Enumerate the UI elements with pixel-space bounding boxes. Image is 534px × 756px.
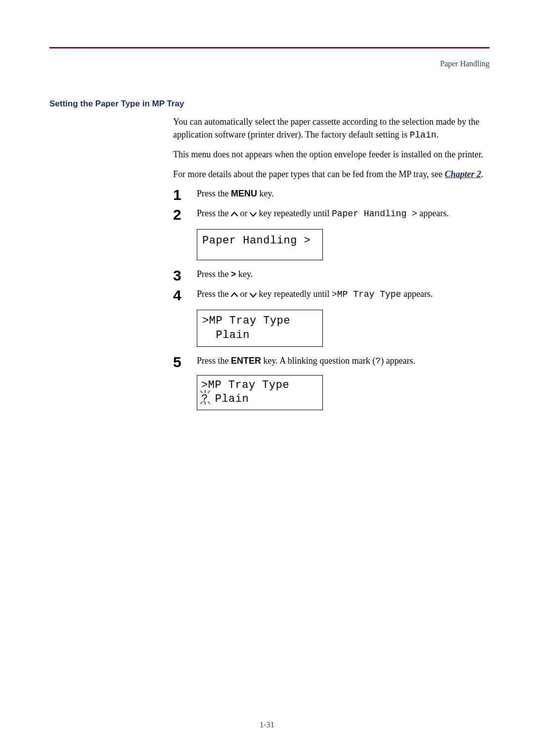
step-3-text: Press the > key. (197, 268, 490, 281)
intro-p3-a: For more details about the paper types t… (173, 169, 445, 179)
down-arrow-icon (250, 208, 257, 221)
step-3: 3 Press the > key. (173, 268, 490, 283)
blink-question-mark: ? (201, 393, 208, 405)
svg-line-5 (208, 402, 210, 404)
display-mp-tray-type-blink: >MP Tray Type ? Plain (197, 375, 323, 410)
d5-l2: ? Plain (201, 392, 318, 407)
step-1-text: Press the MENU key. (197, 188, 490, 200)
s4-mono: >MP Tray Type (332, 289, 401, 299)
s5-mono: ? (375, 356, 381, 366)
d5-rest: Plain (208, 393, 249, 405)
intro-para-2: This menu does not appears when the opti… (173, 148, 490, 161)
top-rule (49, 47, 490, 48)
up-arrow-icon (231, 208, 238, 221)
step-2-text: Press the or key repeatedly until Paper … (197, 207, 490, 221)
s2-c: appears. (417, 208, 449, 218)
down-arrow-icon (250, 289, 257, 302)
page-number: 1-31 (0, 720, 534, 729)
d4-l1: >MP Tray Type (202, 315, 290, 327)
step-1: 1 Press the MENU key. (173, 188, 490, 202)
display-mp-tray-type: >MP Tray Type Plain (197, 310, 323, 347)
s2-mid: or (238, 208, 250, 218)
d5-l1: >MP Tray Type (201, 378, 318, 393)
intro-para-3: For more details about the paper types t… (173, 168, 490, 181)
step-5-number: 5 (173, 355, 197, 370)
s3-a: Press the (197, 269, 231, 279)
step-4: 4 Press the or key repeatedly until >MP … (173, 288, 490, 350)
s5-c: ) appears. (381, 356, 415, 366)
s5-b: key. A blinking question mark ( (261, 356, 375, 366)
d4-l2: Plain (202, 329, 250, 341)
menu-key-label: MENU (231, 189, 257, 198)
s4-b: key repeatedly until (257, 289, 332, 299)
intro-p1-mono: Plain (410, 130, 437, 140)
gt-key-label: > (231, 269, 236, 279)
intro-p1-b: . (437, 130, 439, 140)
step-3-number: 3 (173, 268, 197, 283)
step-1-number: 1 (173, 188, 197, 202)
header-label: Paper Handling (49, 59, 490, 68)
intro-p3-b: . (481, 169, 484, 179)
s1-b: key. (257, 189, 274, 198)
svg-line-2 (208, 391, 210, 393)
s1-a: Press the (197, 189, 231, 198)
step-2: 2 Press the or key repeatedly until Pape… (173, 207, 490, 263)
blink-cursor: ? (201, 392, 208, 407)
s2-a: Press the (197, 208, 231, 218)
s3-b: key. (236, 269, 253, 279)
s4-a: Press the (197, 289, 231, 299)
up-arrow-icon (231, 289, 238, 302)
enter-key-label: ENTER (231, 356, 261, 366)
section-title: Setting the Paper Type in MP Tray (49, 99, 490, 109)
s2-mono: Paper Handling > (332, 209, 417, 219)
step-2-number: 2 (173, 207, 197, 222)
s2-b: key repeatedly until (257, 208, 332, 218)
intro-para-1: You can automatically select the paper c… (173, 116, 490, 142)
chapter-link[interactable]: Chapter 2 (445, 169, 482, 179)
s4-mid: or (238, 289, 250, 299)
s5-a: Press the (197, 356, 231, 366)
display-paper-handling: Paper Handling > (197, 229, 323, 261)
step-5: 5 Press the ENTER key. A blinking questi… (173, 355, 490, 413)
s4-c: appears. (401, 289, 433, 299)
step-5-text: Press the ENTER key. A blinking question… (197, 355, 490, 368)
step-4-number: 4 (173, 288, 197, 303)
step-4-text: Press the or key repeatedly until >MP Tr… (197, 288, 490, 302)
